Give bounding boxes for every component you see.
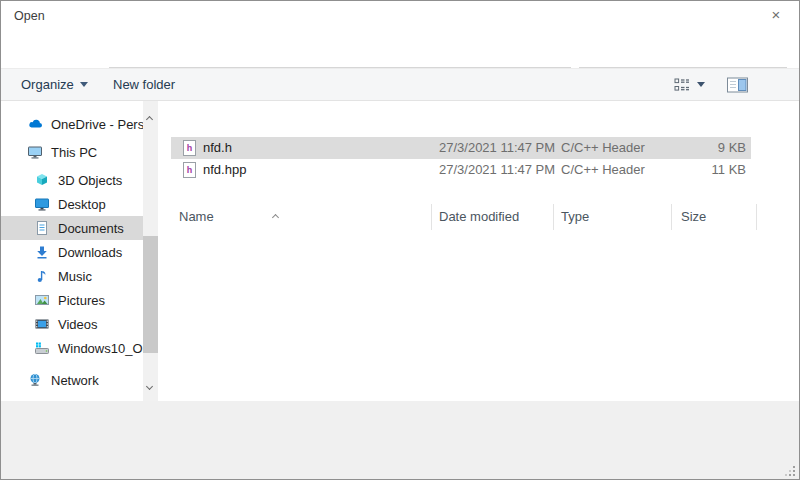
sidebar-item-label: 3D Objects <box>58 173 122 188</box>
close-icon[interactable]: × <box>765 6 787 26</box>
hard-drive-icon <box>34 340 50 356</box>
file-size: 9 KB <box>671 140 746 155</box>
command-toolbar: Organize New folder <box>1 68 799 101</box>
cube-3d-icon <box>34 172 50 188</box>
sidebar-item-music[interactable]: Music <box>1 264 143 288</box>
column-header-type[interactable]: Type <box>561 209 589 224</box>
sidebar-item-label: Network <box>51 373 99 388</box>
onedrive-cloud-icon <box>27 116 43 132</box>
sidebar-item-label: Videos <box>58 317 98 332</box>
header-file-icon: h <box>183 140 196 156</box>
column-header-size[interactable]: Size <box>681 209 706 224</box>
video-film-icon <box>34 316 50 332</box>
column-divider[interactable] <box>431 204 432 230</box>
sidebar-item-label: Music <box>58 269 92 284</box>
scroll-up-icon[interactable] <box>147 108 152 126</box>
header-file-icon: h <box>183 162 196 178</box>
sidebar-item-3d-objects[interactable]: 3D Objects <box>1 168 143 192</box>
column-divider[interactable] <box>553 204 554 230</box>
sidebar-item-this-pc[interactable]: This PC <box>1 140 143 164</box>
dialog-body: OneDrive - Person This PC 3D Objects <box>1 101 799 401</box>
sidebar-item-documents[interactable]: Documents <box>1 216 143 240</box>
picture-icon <box>34 292 50 308</box>
chevron-glyph <box>272 214 279 221</box>
sidebar-item-network[interactable]: Network <box>1 368 143 392</box>
sidebar-item-label: Documents <box>58 221 124 236</box>
organize-label: Organize <box>21 77 74 92</box>
chevron-glyph <box>146 383 153 390</box>
sidebar-item-downloads[interactable]: Downloads <box>1 240 143 264</box>
resize-grip[interactable] <box>785 466 795 476</box>
download-arrow-icon <box>34 244 50 260</box>
column-header-date-modified[interactable]: Date modified <box>439 209 519 224</box>
sidebar-item-pictures[interactable]: Pictures <box>1 288 143 312</box>
desktop-icon <box>34 196 50 212</box>
file-type: C/C++ Header <box>561 162 645 177</box>
views-button[interactable] <box>673 69 705 100</box>
preview-pane-button[interactable] <box>727 69 748 100</box>
scrollbar-thumb[interactable] <box>143 236 158 353</box>
sidebar-scrollbar[interactable] <box>143 101 158 401</box>
column-divider[interactable] <box>671 204 672 230</box>
sidebar-item-label: This PC <box>51 145 97 160</box>
file-row-nfd-h[interactable]: h nfd.h 27/3/2021 11:47 PM C/C++ Header … <box>171 137 751 159</box>
file-size: 11 KB <box>671 162 746 177</box>
open-file-dialog: Open × ← → ↑ « GitHub › nativefiledialog… <box>0 0 800 480</box>
file-date-modified: 27/3/2021 11:47 PM <box>439 140 555 155</box>
chevron-glyph <box>146 116 153 123</box>
title-bar: Open × <box>1 1 799 31</box>
sidebar-item-label: OneDrive - Person <box>51 117 143 132</box>
sort-ascending-icon <box>273 206 278 224</box>
chevron-down-icon <box>697 82 705 87</box>
column-divider[interactable] <box>756 204 757 230</box>
sidebar-item-onedrive[interactable]: OneDrive - Person <box>1 112 143 136</box>
organize-button[interactable]: Organize <box>21 69 88 100</box>
file-type: C/C++ Header <box>561 140 645 155</box>
chevron-down-icon <box>80 82 88 87</box>
document-icon <box>34 220 50 236</box>
sidebar-item-label: Downloads <box>58 245 122 260</box>
sidebar-item-label: Pictures <box>58 293 105 308</box>
file-row-nfd-hpp[interactable]: h nfd.hpp 27/3/2021 11:47 PM C/C++ Heade… <box>171 159 751 181</box>
new-folder-label: New folder <box>113 77 175 92</box>
sidebar-item-label: Desktop <box>58 197 106 212</box>
music-note-icon <box>34 268 50 284</box>
sidebar-item-desktop[interactable]: Desktop <box>1 192 143 216</box>
file-name: nfd.hpp <box>203 162 246 177</box>
sidebar-item-label: Windows10_OS ( <box>58 341 143 356</box>
computer-icon <box>27 144 43 160</box>
dialog-title: Open <box>14 9 45 23</box>
scroll-down-icon[interactable] <box>147 375 152 393</box>
new-folder-button[interactable]: New folder <box>113 69 175 100</box>
navigation-bar: ← → ↑ « GitHub › nativefiledialog › src … <box>1 31 799 68</box>
sidebar-item-windows10-os[interactable]: Windows10_OS ( <box>1 336 143 360</box>
sidebar-item-videos[interactable]: Videos <box>1 312 143 336</box>
file-date-modified: 27/3/2021 11:47 PM <box>439 162 555 177</box>
file-name: nfd.h <box>203 140 232 155</box>
network-icon <box>27 372 43 388</box>
column-header-name[interactable]: Name <box>179 209 214 224</box>
details-view-icon <box>673 76 691 94</box>
dialog-footer: File name: Headers (*.h;*.hpp) Open Canc… <box>1 401 799 480</box>
preview-pane-icon <box>727 77 748 93</box>
